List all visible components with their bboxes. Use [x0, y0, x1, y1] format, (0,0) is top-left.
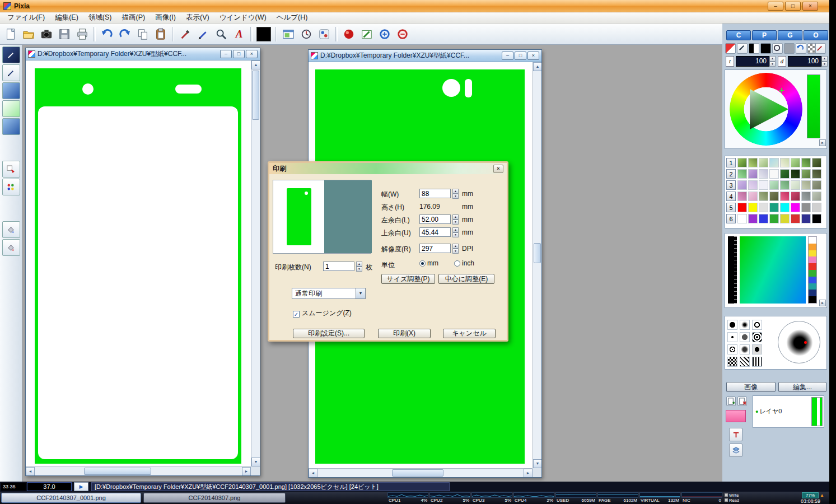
taskbar-tab-1[interactable]: CCF20140307_0001.png [1, 493, 141, 503]
palette-swatch[interactable] [759, 192, 768, 201]
doc2-close-button[interactable]: × [527, 52, 539, 60]
resolution-spinner[interactable]: ▲▼ [452, 244, 459, 253]
paste-button[interactable] [152, 26, 169, 43]
brush-shape[interactable] [727, 332, 737, 342]
palette-swatch[interactable] [791, 169, 800, 179]
black-mode-icon[interactable] [760, 43, 771, 54]
menu-image[interactable]: 画像(I) [150, 12, 181, 24]
spin-down-icon[interactable]: ▼ [452, 232, 459, 237]
palette-swatch[interactable] [780, 158, 790, 167]
palette-row-button[interactable]: 2 [726, 169, 736, 179]
titlebar[interactable]: Pixia – □ × [0, 0, 829, 12]
scroll-right-button[interactable]: ► [524, 469, 533, 477]
palette-row-button[interactable]: 3 [726, 180, 736, 190]
palette-swatch[interactable] [769, 192, 779, 201]
palette-swatch[interactable] [737, 158, 747, 167]
palette-swatch[interactable] [780, 214, 790, 223]
menu-region[interactable]: 領域(S) [83, 12, 117, 24]
palette-row-button[interactable]: 6 [726, 214, 736, 223]
fill-tool-alt[interactable] [2, 239, 20, 256]
spin-down-icon[interactable]: ▼ [452, 220, 459, 225]
play-button[interactable]: ▶ [74, 482, 88, 491]
current-color-swatch[interactable] [255, 26, 272, 43]
size-adjust-button[interactable]: サイズ調整(P) [381, 274, 435, 284]
palette-swatch[interactable] [780, 203, 790, 212]
density-label[interactable]: d [778, 56, 786, 67]
radio-mm[interactable] [419, 260, 426, 267]
palette-row-button[interactable]: 1 [726, 158, 736, 167]
transparency-value[interactable]: 100 [736, 56, 769, 67]
zoom-tool-button[interactable] [213, 26, 230, 43]
tab-palette[interactable]: P [752, 30, 777, 40]
doc1-close-button[interactable]: × [246, 50, 258, 58]
merge-layers-button[interactable] [729, 444, 742, 457]
clock-button[interactable] [298, 26, 315, 43]
print-dialog[interactable]: 印刷 × 幅(W) ▲▼ mm 高さ(H) 176.09 mm 左余白(L) [268, 161, 508, 342]
pen-tool-dark[interactable] [2, 46, 20, 63]
print-dialog-close-button[interactable]: × [493, 165, 503, 173]
fill-tool[interactable] [2, 221, 20, 238]
palette-swatch[interactable] [780, 192, 790, 201]
palette-swatch[interactable] [737, 180, 747, 190]
gradient-tool[interactable] [2, 100, 20, 117]
edit-button[interactable]: 編集... [778, 382, 826, 392]
palette-swatch[interactable] [759, 180, 768, 190]
scroll-down-button[interactable]: ▼ [251, 458, 260, 466]
circle-mask-icon[interactable] [772, 43, 783, 54]
scroll-up-button[interactable]: ▲ [533, 62, 541, 71]
brush-shape[interactable] [752, 332, 762, 342]
smoothing-checkbox[interactable]: ✓ [293, 311, 300, 318]
gradient-color-column[interactable] [808, 236, 817, 304]
doc2-vertical-scrollbar[interactable]: ▲ ▼ [533, 62, 541, 468]
doc2-hscroll-thumb[interactable] [392, 469, 443, 477]
undo-color-icon[interactable] [796, 43, 806, 54]
brush-shape[interactable] [740, 344, 750, 354]
dropdown-arrow-icon[interactable]: ▼ [356, 288, 365, 298]
palette-swatch[interactable] [759, 169, 768, 179]
brush-shape[interactable] [752, 344, 762, 354]
taskbar-tab-2[interactable]: CCF20140307.png [143, 493, 286, 503]
palette-swatch[interactable] [791, 203, 800, 212]
print-mode-select[interactable]: 通常印刷 ▼ [292, 288, 366, 299]
smoothing-option[interactable]: ✓スムージング(Z) [293, 309, 352, 318]
palette-swatch[interactable] [791, 192, 800, 201]
redo-button[interactable] [116, 26, 133, 43]
unit-inch-option[interactable]: inch [454, 259, 474, 267]
print-cancel-button[interactable]: キャンセル [443, 329, 496, 338]
spin-up-icon[interactable]: ▲ [452, 214, 459, 220]
radio-inch[interactable] [454, 260, 460, 267]
spin-up-icon[interactable]: ▲ [356, 262, 362, 267]
current-color-bar[interactable] [807, 74, 820, 138]
transparency-spinner[interactable]: ▲▼ [769, 56, 776, 67]
menu-view[interactable]: 表示(V) [181, 12, 214, 24]
transfer-tool[interactable] [2, 161, 20, 178]
palette-swatch[interactable] [812, 169, 821, 179]
zoom-in-button[interactable] [376, 26, 393, 43]
palette-swatch[interactable] [801, 180, 811, 190]
palette-swatch[interactable] [748, 169, 758, 179]
brush-pattern[interactable] [740, 357, 750, 367]
edit-mode-button[interactable] [358, 26, 375, 43]
delete-layer-button[interactable] [737, 396, 747, 406]
center-adjust-button[interactable]: 中心に調整(E) [438, 274, 494, 284]
mask-color-swatch[interactable] [726, 410, 746, 422]
document-window-1[interactable]: D:¥Dropbox¥Temporary Folder¥XZU¥型紙¥CCF..… [25, 48, 260, 476]
text-layer-button[interactable] [729, 428, 742, 441]
left-margin-spinner[interactable]: ▲▼ [452, 214, 459, 224]
doc1-horizontal-scrollbar[interactable]: ◄ ► [26, 466, 251, 475]
palette-swatch[interactable] [769, 214, 779, 223]
menu-file[interactable]: ファイル(F) [2, 12, 50, 24]
image-button[interactable]: 画像 [726, 382, 776, 392]
palette-swatch[interactable] [759, 203, 768, 212]
doc1-vscroll-thumb[interactable] [252, 71, 259, 120]
palette-swatch[interactable] [812, 203, 821, 212]
palette-swatch[interactable] [737, 192, 747, 201]
layer-list[interactable]: ●レイヤ0 [753, 395, 824, 428]
doc1-titlebar[interactable]: D:¥Dropbox¥Temporary Folder¥XZU¥型紙¥CCF..… [26, 48, 260, 60]
doc1-canvas[interactable]: ▲ ▼ ◄ ► [26, 60, 260, 475]
scroll-left-button[interactable]: ◄ [309, 469, 317, 477]
doc2-vscroll-thumb[interactable] [534, 243, 541, 263]
layer-thumbnail[interactable] [811, 397, 823, 426]
undo-button[interactable] [99, 26, 115, 43]
palette-swatch[interactable] [780, 169, 790, 179]
